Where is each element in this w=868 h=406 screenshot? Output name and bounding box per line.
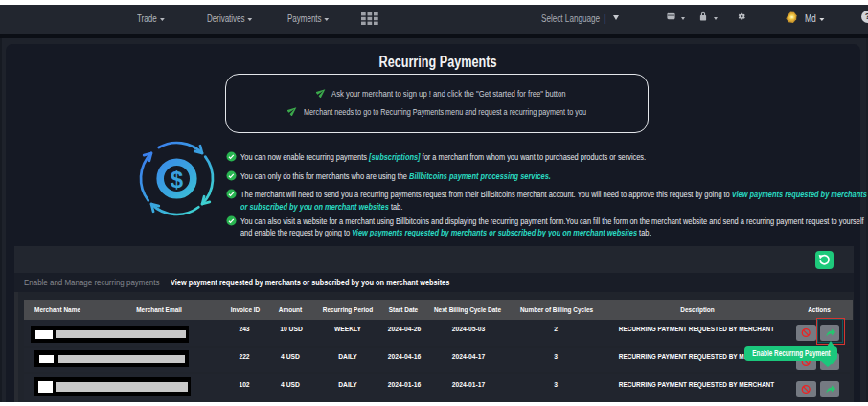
svg-text:$: $: [171, 167, 184, 192]
